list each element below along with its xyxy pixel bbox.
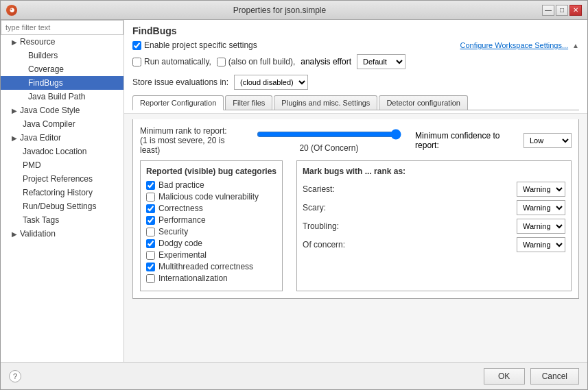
sidebar-item-refactoring-history[interactable]: Refactoring History xyxy=(1,186,124,199)
cat-checkbox-dodgy[interactable] xyxy=(146,239,155,248)
cat-checkbox-internationalization[interactable] xyxy=(146,274,155,283)
slider-container: 20 (Of Concern) xyxy=(257,129,401,153)
cat-label-experimental: Experimental xyxy=(158,250,207,260)
sidebar-item-resource[interactable]: ▶Resource xyxy=(1,35,124,49)
cat-checkbox-malicious[interactable] xyxy=(146,193,155,202)
cat-checkbox-performance[interactable] xyxy=(146,216,155,225)
store-row: Store issue evaluations in: (cloud disab… xyxy=(132,75,579,90)
sidebar-item-label-resource: Resource xyxy=(20,37,55,47)
cat-checkbox-multithreaded[interactable] xyxy=(146,263,155,271)
mark-label-scariest: Scariest: xyxy=(303,184,357,194)
configure-workspace-link[interactable]: Configure Workspace Settings... xyxy=(460,41,569,49)
sidebar-item-builders[interactable]: Builders xyxy=(1,49,124,62)
mark-row-troubling: Troubling:WarningErrorInfoIgnore xyxy=(303,219,565,234)
sidebar-item-javadoc-location[interactable]: Javadoc Location xyxy=(1,145,124,158)
panel-header: FindBugs Enable project specific setting… xyxy=(124,20,587,114)
mark-label-scary: Scary: xyxy=(303,203,357,212)
analysis-effort-select[interactable]: Default Minimal Less More Maximal xyxy=(357,54,405,69)
title-bar: ◕ Properties for json.simple — □ ✕ xyxy=(1,1,587,20)
sidebar-item-run-debug[interactable]: Run/Debug Settings xyxy=(1,199,124,213)
cat-checkbox-correctness[interactable] xyxy=(146,204,155,213)
mark-select-troubling[interactable]: WarningErrorInfoIgnore xyxy=(517,219,565,234)
sidebar-item-label-java-build-path: Java Build Path xyxy=(28,92,85,101)
tab-plugins[interactable]: Plugins and misc. Settings xyxy=(274,95,377,110)
controls-row: Run automatically, (also on full build),… xyxy=(132,54,579,69)
tab-detector[interactable]: Detector configuration xyxy=(379,95,468,110)
cat-checkbox-experimental[interactable] xyxy=(146,251,155,260)
cat-label-internationalization: Internationalization xyxy=(158,273,228,283)
cat-label-multithreaded: Multithreaded correctness xyxy=(158,262,253,271)
mark-row-scary: Scary:WarningErrorInfoIgnore xyxy=(303,200,565,215)
sidebar-item-label-builders: Builders xyxy=(28,51,58,60)
store-select[interactable]: (cloud disabled) xyxy=(234,75,308,90)
close-button[interactable]: ✕ xyxy=(569,5,582,16)
cat-label-performance: Performance xyxy=(158,215,206,225)
ok-button[interactable]: OK xyxy=(484,368,525,385)
cat-checkbox-security[interactable] xyxy=(146,228,155,236)
minimize-button[interactable]: — xyxy=(542,5,554,16)
sidebar-item-java-build-path[interactable]: Java Build Path xyxy=(1,90,124,103)
rank-section: Minimum rank to report: (1 is most sever… xyxy=(140,126,572,155)
sidebar-item-coverage[interactable]: Coverage xyxy=(1,62,124,76)
enable-checkbox-label[interactable]: Enable project specific settings xyxy=(132,40,257,50)
sidebar-item-project-references[interactable]: Project References xyxy=(1,172,124,186)
panel-content: Minimum rank to report: (1 is most sever… xyxy=(124,114,587,362)
sidebar-item-java-compiler[interactable]: Java Compiler xyxy=(1,117,124,131)
cat-item-dodgy: Dodgy code xyxy=(146,239,277,248)
also-build-label[interactable]: (also on full build), xyxy=(217,57,295,66)
confidence-row: Minimum confidence to report: Low Medium… xyxy=(415,131,572,150)
help-button[interactable]: ? xyxy=(9,370,21,382)
sidebar-item-validation[interactable]: ▶Validation xyxy=(1,227,124,241)
sidebar-item-findbugs[interactable]: FindBugs xyxy=(1,76,124,90)
sidebar-item-pmd[interactable]: PMD xyxy=(1,158,124,172)
rank-label: Minimum rank to report: xyxy=(140,126,243,136)
expand-arrow-java-code-style: ▶ xyxy=(12,107,17,114)
sidebar-item-label-task-tags: Task Tags xyxy=(23,215,59,225)
app-icon: ◕ xyxy=(6,5,17,16)
bug-cat-title: Reported (visible) bug categories xyxy=(146,167,277,176)
tab-filter[interactable]: Filter files xyxy=(225,95,272,110)
bug-categories: Reported (visible) bug categories Bad pr… xyxy=(140,160,283,291)
rank-value: 20 (Of Concern) xyxy=(257,143,401,153)
main-window: ◕ Properties for json.simple — □ ✕ ▶Reso… xyxy=(0,0,588,390)
cat-item-performance: Performance xyxy=(146,215,277,225)
sidebar-item-label-validation: Validation xyxy=(20,229,56,239)
cancel-button[interactable]: Cancel xyxy=(530,368,579,385)
filter-input[interactable] xyxy=(1,20,124,35)
cat-label-malicious: Malicious code vulnerability xyxy=(158,192,259,202)
rank-left: Minimum rank to report: (1 is most sever… xyxy=(140,126,243,155)
cat-item-correctness: Correctness xyxy=(146,204,277,213)
window-title: Properties for json.simple xyxy=(17,5,542,15)
mark-select-scariest[interactable]: WarningErrorInfoIgnore xyxy=(517,182,565,197)
sidebar-item-label-refactoring-history: Refactoring History xyxy=(23,188,93,197)
cat-checkbox-bad-practice[interactable] xyxy=(146,181,155,190)
confidence-select[interactable]: Low Medium High xyxy=(524,133,572,148)
confidence-label: Minimum confidence to report: xyxy=(415,131,519,150)
tab-reporter[interactable]: Reporter Configuration xyxy=(132,95,224,110)
sidebar-item-label-pmd: PMD xyxy=(23,160,41,170)
sidebar-item-label-javadoc-location: Javadoc Location xyxy=(23,147,86,156)
reporter-content: Minimum rank to report: (1 is most sever… xyxy=(132,119,579,299)
analysis-effort-label: analysis effort xyxy=(301,57,351,66)
rank-slider[interactable] xyxy=(257,129,401,140)
sidebar-item-java-code-style[interactable]: ▶Java Code Style xyxy=(1,103,124,117)
cat-item-malicious: Malicious code vulnerability xyxy=(146,192,277,202)
right-panel: FindBugs Enable project specific setting… xyxy=(124,20,587,362)
run-auto-checkbox[interactable] xyxy=(132,58,141,66)
enable-checkbox[interactable] xyxy=(132,41,141,50)
sidebar-item-label-java-editor: Java Editor xyxy=(20,133,61,143)
mark-select-scary[interactable]: WarningErrorInfoIgnore xyxy=(517,200,565,215)
mark-row-of-concern: Of concern:WarningErrorInfoIgnore xyxy=(303,237,565,252)
run-auto-label[interactable]: Run automatically, xyxy=(132,57,211,66)
cat-label-security: Security xyxy=(158,227,188,236)
also-build-checkbox[interactable] xyxy=(217,58,226,66)
maximize-button[interactable]: □ xyxy=(556,5,568,16)
rank-desc: (1 is most severe, 20 is least) xyxy=(140,136,243,155)
sidebar-item-label-coverage: Coverage xyxy=(28,64,64,74)
collapse-arrow[interactable]: ▲ xyxy=(572,42,579,49)
sidebar-item-java-editor[interactable]: ▶Java Editor xyxy=(1,131,124,145)
sidebar-item-task-tags[interactable]: Task Tags xyxy=(1,213,124,227)
cat-item-internationalization: Internationalization xyxy=(146,273,277,283)
cat-item-multithreaded: Multithreaded correctness xyxy=(146,262,277,271)
mark-select-of-concern[interactable]: WarningErrorInfoIgnore xyxy=(517,237,565,252)
